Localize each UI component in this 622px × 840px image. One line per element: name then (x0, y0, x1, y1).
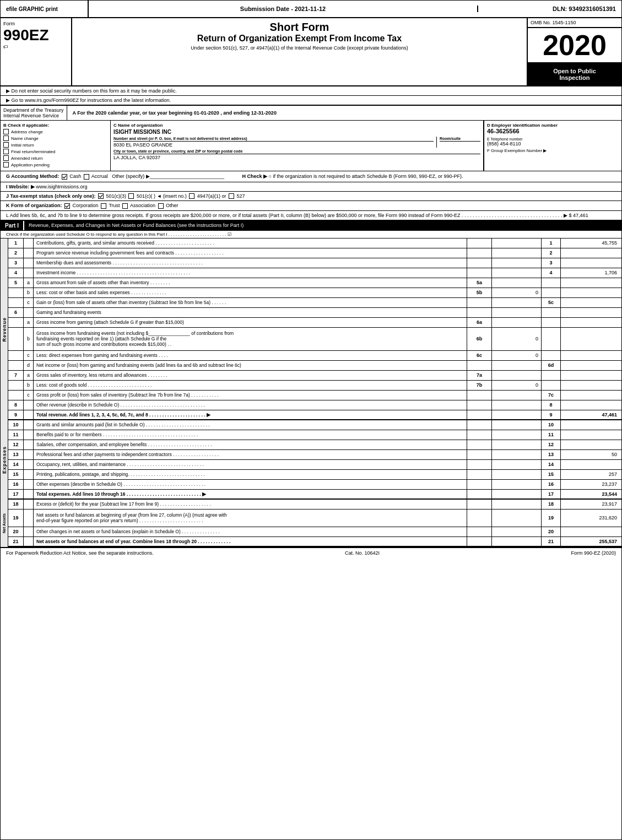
ein-panel: D Employer identification number 46-3625… (484, 121, 621, 171)
trust-checkbox[interactable] (101, 203, 106, 209)
row-sub: a (24, 318, 34, 327)
row-sub (24, 430, 34, 440)
row-midnum (467, 500, 492, 509)
row-num: 18 (8, 500, 24, 509)
row-midval (492, 460, 542, 469)
row-midval (492, 537, 542, 546)
row-sub (24, 410, 34, 419)
row-value (561, 440, 621, 449)
revenue-rows: 1 Contributions, gifts, grants, and simi… (8, 239, 621, 420)
row-value (561, 318, 621, 327)
check-name-change[interactable]: Name change (3, 136, 107, 141)
l-row: L Add lines 5b, 6c, and 7b to line 9 to … (1, 211, 621, 221)
row-sub (24, 420, 34, 430)
f-label: F Group Exemption Number ▶ (487, 148, 619, 153)
row-midval (492, 430, 542, 440)
row-num (8, 381, 24, 390)
check-final-return[interactable]: Final return/terminated (3, 149, 107, 154)
accrual-checkbox[interactable] (84, 174, 89, 180)
row-desc: Net assets or fund balances at end of ye… (34, 537, 467, 546)
row-desc: Less: direct expenses from gaming and fu… (34, 351, 467, 360)
row-num: 4 (8, 268, 24, 278)
name-change-label: Name change (11, 136, 39, 141)
table-row: 16 Other expenses (describe in Schedule … (8, 480, 621, 490)
check-initial-return[interactable]: Initial return (3, 142, 107, 148)
tax501c3-checkbox[interactable] (98, 193, 104, 199)
row-desc: Contributions, gifts, grants, and simila… (34, 239, 467, 248)
check-amended-return[interactable]: Amended return (3, 155, 107, 161)
cash-checkbox[interactable] (62, 174, 67, 180)
row-linenum (542, 308, 561, 317)
k-row: K Form of organization: Corporation Trus… (1, 201, 621, 211)
row-midnum (467, 490, 492, 498)
efile-label: efile GRAPHIC print (1, 1, 89, 17)
application-pending-checkbox[interactable] (3, 162, 9, 167)
row-value: 255,537 (561, 537, 621, 546)
row-sub (24, 248, 34, 258)
row-midnum (467, 268, 492, 278)
row-num: 12 (8, 440, 24, 449)
row-value (561, 430, 621, 440)
row-value (561, 391, 621, 400)
row-sub: a (24, 371, 34, 380)
short-form-title: Short Form (78, 21, 521, 34)
row-value (561, 278, 621, 288)
address-change-label: Address change (11, 129, 43, 134)
other-checkbox[interactable] (158, 203, 164, 209)
address-change-checkbox[interactable] (3, 129, 9, 134)
row-value (561, 527, 621, 536)
row-midval (492, 480, 542, 489)
tax-exempt-row: J Tax-exempt status (check only one): 50… (1, 192, 621, 202)
row-value: 50 (561, 450, 621, 459)
row-midval: 0 (492, 328, 542, 350)
application-pending-label: Application pending (11, 162, 50, 167)
name-change-checkbox[interactable] (3, 136, 9, 141)
row-num: 14 (8, 460, 24, 469)
part1-label: Part I (1, 221, 24, 230)
table-row: 21 Net assets or fund balances at end of… (8, 537, 621, 547)
room-field: Room/suite (436, 137, 480, 148)
ssn-warning: ▶ Do not enter social security numbers o… (1, 86, 621, 96)
row-sub: b (24, 381, 34, 390)
row-midnum: 6a (467, 318, 492, 327)
table-row: 2 Program service revenue including gove… (8, 248, 621, 258)
amended-return-label: Amended return (11, 156, 42, 161)
row-value (561, 420, 621, 430)
check-address-change[interactable]: Address change (3, 129, 107, 134)
org-details-panel: C Name of organization ISIGHT MISSIONS I… (111, 121, 484, 171)
row-linenum (542, 318, 561, 327)
row-midval (492, 239, 542, 248)
row-sub (24, 500, 34, 509)
amended-return-checkbox[interactable] (3, 155, 9, 161)
tax501c-checkbox[interactable] (128, 193, 134, 199)
row-desc: Net income or (loss) from gaming and fun… (34, 361, 467, 370)
ein-value: 46-3625566 (487, 128, 619, 134)
table-row: 13 Professional fees and other payments … (8, 450, 621, 460)
e-label: E Telephone number (487, 137, 619, 141)
row-sub (24, 510, 34, 527)
tax4947-checkbox[interactable] (189, 193, 194, 199)
row-midnum: 6b (467, 328, 492, 350)
final-return-checkbox[interactable] (3, 149, 9, 154)
row-linenum: 19 (542, 510, 561, 527)
tax527-checkbox[interactable] (229, 193, 234, 199)
row-linenum: 20 (542, 527, 561, 536)
footer: For Paperwork Reduction Act Notice, see … (1, 547, 621, 558)
row-num (8, 288, 24, 297)
corp-checkbox[interactable] (64, 203, 70, 209)
accounting-row: G Accounting Method: Cash Accrual Other … (1, 171, 621, 182)
org-name: ISIGHT MISSIONS INC (113, 129, 480, 135)
row-midval (492, 391, 542, 400)
initial-return-checkbox[interactable] (3, 142, 9, 148)
row-num: 20 (8, 527, 24, 536)
row-midval (492, 278, 542, 288)
row-linenum: 3 (542, 258, 561, 268)
form-number-block: Form 990EZ 🏷 (1, 18, 72, 85)
form-label: Form (3, 21, 68, 26)
row-midnum (467, 258, 492, 268)
row-midnum: 5a (467, 278, 492, 288)
row-midnum (467, 460, 492, 469)
check-application-pending[interactable]: Application pending (3, 162, 107, 167)
row-linenum: 17 (542, 490, 561, 498)
assoc-checkbox[interactable] (122, 203, 128, 209)
